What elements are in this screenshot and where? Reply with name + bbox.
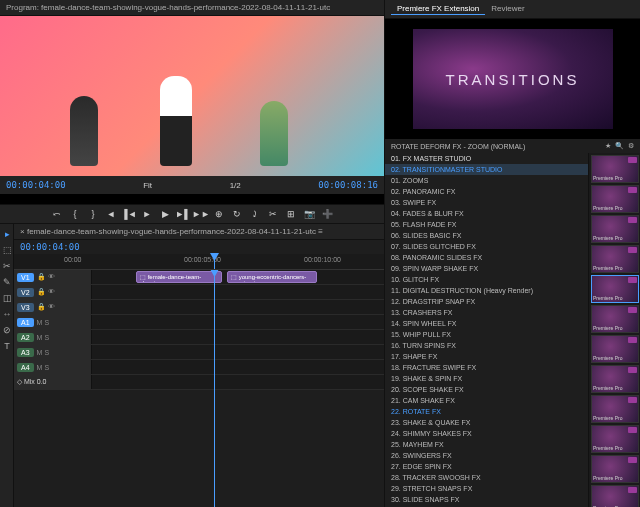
tool-7[interactable]: T [1, 340, 13, 352]
category-item[interactable]: 20. SCOPE SHAKE FX [385, 384, 588, 395]
track-content[interactable] [92, 330, 384, 344]
gear-icon[interactable]: ⚙ [628, 142, 634, 150]
transport-btn-11[interactable]: ⤸ [249, 208, 261, 220]
solo-icon[interactable]: S [44, 319, 49, 326]
solo-icon[interactable]: S [44, 349, 49, 356]
category-item[interactable]: 01. ZOOMS [385, 175, 588, 186]
category-item[interactable]: 17. SHAPE FX [385, 351, 588, 362]
track-content[interactable] [92, 315, 384, 329]
transport-btn-13[interactable]: ⊞ [285, 208, 297, 220]
tool-3[interactable]: ✎ [1, 276, 13, 288]
category-item[interactable]: 05. FLASH FADE FX [385, 219, 588, 230]
search-icon[interactable]: 🔍 [615, 142, 624, 150]
lock-icon[interactable]: 🔒 [37, 288, 46, 296]
category-item[interactable]: 06. SLIDES BASIC FX [385, 230, 588, 241]
tool-6[interactable]: ⊘ [1, 324, 13, 336]
clip[interactable]: ⬚ young-eccentric-dancers-voguing-i [227, 271, 317, 283]
category-item[interactable]: 22. ROTATE FX [385, 406, 588, 417]
preset-thumbnail[interactable]: Premiere Pro [591, 485, 639, 507]
mute-icon[interactable]: M [37, 349, 43, 356]
timeline-current-time[interactable]: 00:00:04:00 [20, 242, 80, 252]
category-item[interactable]: 10. GLITCH FX [385, 274, 588, 285]
mute-icon[interactable]: M [37, 334, 43, 341]
track-content[interactable] [92, 285, 384, 299]
transport-btn-10[interactable]: ↻ [231, 208, 243, 220]
transport-btn-8[interactable]: ►► [195, 208, 207, 220]
category-item[interactable]: 09. SPIN WARP SHAKE FX [385, 263, 588, 274]
category-item[interactable]: 11. DIGITAL DESTRUCTION (Heavy Render) [385, 285, 588, 296]
transport-btn-2[interactable]: } [87, 208, 99, 220]
preset-thumbnail[interactable]: Premiere Pro [591, 215, 639, 243]
category-item[interactable]: 28. TRACKER SWOOSH FX [385, 472, 588, 483]
category-item[interactable]: 12. DRAGSTRIP SNAP FX [385, 296, 588, 307]
preset-thumbnail[interactable]: Premiere Pro [591, 305, 639, 333]
preset-thumbnail[interactable]: Premiere Pro [591, 245, 639, 273]
mix-label[interactable]: ◇ Mix 0.0 [17, 378, 47, 386]
track-content[interactable] [92, 360, 384, 374]
category-item[interactable]: 15. WHIP PULL FX [385, 329, 588, 340]
transport-btn-1[interactable]: { [69, 208, 81, 220]
category-item[interactable]: 16. TURN SPINS FX [385, 340, 588, 351]
transport-btn-3[interactable]: ◄ [105, 208, 117, 220]
category-top[interactable]: 02. TRANSITIONMASTER STUDIO [385, 164, 588, 175]
tool-4[interactable]: ◫ [1, 292, 13, 304]
track-label[interactable]: A1 [17, 318, 34, 327]
track-label[interactable]: V1 [17, 273, 34, 282]
lock-icon[interactable]: 🔒 [37, 273, 46, 281]
transport-btn-0[interactable]: ⤺ [51, 208, 63, 220]
extension-tab[interactable]: Reviewer [485, 3, 530, 15]
solo-icon[interactable]: S [44, 364, 49, 371]
category-item[interactable]: 07. SLIDES GLITCHED FX [385, 241, 588, 252]
category-item[interactable]: 03. SWIPE FX [385, 197, 588, 208]
sequence-name[interactable]: × female-dance-team-showing-vogue-hands-… [14, 224, 384, 240]
preset-thumbnail[interactable]: Premiere Pro [591, 185, 639, 213]
clip[interactable]: ⬚ female-dance-team-showing [136, 271, 222, 283]
solo-icon[interactable]: S [44, 334, 49, 341]
category-item[interactable]: 02. PANORAMIC FX [385, 186, 588, 197]
preset-thumbnail[interactable]: Premiere Pro [591, 455, 639, 483]
preset-thumbnail[interactable]: Premiere Pro [591, 335, 639, 363]
preset-thumbnail[interactable]: Premiere Pro [591, 275, 639, 303]
category-item[interactable]: 27. EDGE SPIN FX [385, 461, 588, 472]
timeline-ruler[interactable]: 00:0000:00:05:0000:00:10:00 [14, 254, 384, 270]
track-label[interactable]: A4 [17, 363, 34, 372]
tool-5[interactable]: ↔ [1, 308, 13, 320]
category-item[interactable]: 25. MAYHEM FX [385, 439, 588, 450]
tool-0[interactable]: ▸ [1, 228, 13, 240]
category-item[interactable]: 04. FADES & BLUR FX [385, 208, 588, 219]
track-content[interactable] [92, 300, 384, 314]
category-item[interactable]: 08. PANORAMIC SLIDES FX [385, 252, 588, 263]
track-content[interactable] [92, 345, 384, 359]
category-item[interactable]: 29. STRETCH SNAPS FX [385, 483, 588, 494]
track-label[interactable]: V2 [17, 288, 34, 297]
track-label[interactable]: A2 [17, 333, 34, 342]
category-item[interactable]: 13. CRASHERS FX [385, 307, 588, 318]
track-label[interactable]: V3 [17, 303, 34, 312]
preset-thumbnail[interactable]: Premiere Pro [591, 365, 639, 393]
tool-1[interactable]: ⬚ [1, 244, 13, 256]
transport-btn-6[interactable]: ▶ [159, 208, 171, 220]
category-top[interactable]: 01. FX MASTER STUDIO [385, 153, 588, 164]
program-current-time[interactable]: 00:00:04:00 [6, 180, 66, 190]
category-item[interactable]: 30. SLIDE SNAPS FX [385, 494, 588, 505]
track-label[interactable]: A3 [17, 348, 34, 357]
mute-icon[interactable]: M [37, 319, 43, 326]
star-icon[interactable]: ★ [605, 142, 611, 150]
program-zoom[interactable]: 1/2 [230, 181, 241, 190]
transport-btn-4[interactable]: ▐◄ [123, 208, 135, 220]
transport-btn-9[interactable]: ⊕ [213, 208, 225, 220]
lock-icon[interactable]: 🔒 [37, 303, 46, 311]
eye-icon[interactable]: 👁 [48, 273, 55, 281]
playhead[interactable] [214, 254, 215, 269]
preset-thumbnail[interactable]: Premiere Pro [591, 425, 639, 453]
transport-btn-12[interactable]: ✂ [267, 208, 279, 220]
transport-btn-7[interactable]: ►▌ [177, 208, 189, 220]
category-item[interactable]: 26. SWINGERS FX [385, 450, 588, 461]
mute-icon[interactable]: M [37, 364, 43, 371]
category-item[interactable]: 21. CAM SHAKE FX [385, 395, 588, 406]
track-content[interactable]: ⬚ female-dance-team-showing⬚ young-eccen… [92, 270, 384, 284]
extension-tab[interactable]: Premiere FX Extension [391, 3, 485, 15]
preset-thumbnail[interactable]: Premiere Pro [591, 155, 639, 183]
program-fit[interactable]: Fit [143, 181, 152, 190]
transport-btn-15[interactable]: ➕ [321, 208, 333, 220]
